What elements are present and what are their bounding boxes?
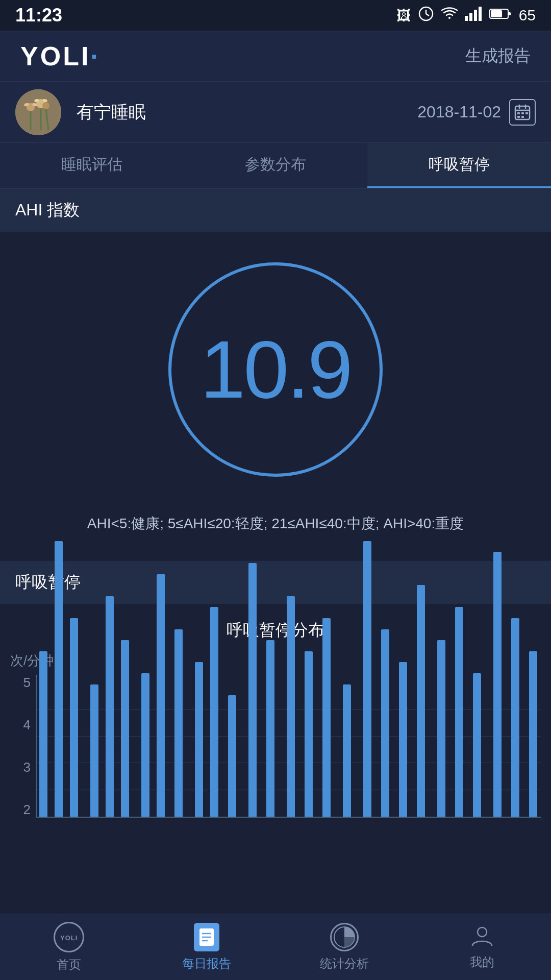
svg-rect-5 bbox=[474, 10, 477, 21]
nav-stats[interactable]: 统计分析 bbox=[276, 914, 413, 980]
chart-bar bbox=[529, 651, 537, 817]
svg-rect-8 bbox=[508, 12, 511, 15]
nav-mine[interactable]: 我的 bbox=[413, 914, 551, 980]
chart-bar bbox=[343, 684, 351, 817]
calendar-button[interactable] bbox=[509, 99, 536, 126]
chart-bar bbox=[305, 651, 313, 817]
top-navigation: YOLI· 生成报告 bbox=[0, 31, 551, 82]
nav-stats-label: 统计分析 bbox=[320, 955, 369, 972]
chart-bar bbox=[287, 596, 295, 817]
chart-bar bbox=[381, 629, 389, 817]
ahi-section: AHI 指数 10.9 AHI<5:健康; 5≤AHI≤20:轻度; 21≤AH… bbox=[0, 189, 551, 556]
chart-bar bbox=[417, 585, 425, 817]
chart-container: 5 4 3 2 bbox=[10, 675, 541, 818]
ahi-legend: AHI<5:健康; 5≤AHI≤20:轻度; 21≤AHI≤40:中度; AHI… bbox=[0, 497, 551, 556]
svg-point-10 bbox=[15, 89, 61, 135]
date-text: 2018-11-02 bbox=[417, 103, 501, 121]
svg-rect-4 bbox=[469, 13, 472, 21]
battery-icon bbox=[489, 7, 512, 23]
y-tick-3: 3 bbox=[10, 760, 31, 775]
svg-line-2 bbox=[426, 14, 429, 16]
svg-rect-26 bbox=[521, 112, 524, 114]
report-icon bbox=[194, 923, 219, 951]
svg-rect-29 bbox=[521, 116, 524, 118]
chart-bar bbox=[106, 596, 114, 817]
profile-row: 有宁睡眠 2018-11-02 bbox=[0, 82, 551, 143]
nav-daily-report[interactable]: 每日报告 bbox=[138, 914, 276, 980]
chart-bar bbox=[493, 552, 502, 816]
svg-point-16 bbox=[42, 102, 49, 109]
signal-icon bbox=[465, 7, 482, 24]
chart-bar bbox=[437, 640, 445, 817]
chart-bar bbox=[210, 607, 218, 816]
chart-bar bbox=[511, 618, 519, 817]
person-icon bbox=[470, 924, 494, 950]
ahi-section-header: AHI 指数 bbox=[0, 189, 551, 232]
chart-bar bbox=[248, 563, 257, 817]
apnea-section-header: 呼吸暂停 bbox=[0, 561, 551, 604]
y-tick-2: 2 bbox=[10, 802, 31, 818]
chart-bar bbox=[195, 662, 203, 816]
chart-bar bbox=[39, 651, 47, 817]
svg-rect-27 bbox=[525, 112, 528, 114]
tab-apnea[interactable]: 呼吸暂停 bbox=[367, 143, 551, 188]
chart-bar bbox=[157, 574, 165, 817]
apnea-section: 呼吸暂停 呼吸暂停分布 次/分钟 5 4 3 2 bbox=[0, 561, 551, 828]
svg-rect-3 bbox=[465, 16, 468, 21]
notification-icon: 🖼 bbox=[396, 7, 411, 24]
chart-bar bbox=[174, 629, 183, 817]
user-name: 有宁睡眠 bbox=[77, 101, 402, 124]
chart-bar bbox=[455, 607, 463, 816]
avatar bbox=[15, 89, 61, 135]
battery-percentage: 65 bbox=[519, 7, 536, 24]
wifi-icon bbox=[441, 7, 458, 24]
ahi-value: 10.9 bbox=[200, 323, 350, 416]
svg-rect-9 bbox=[491, 10, 502, 17]
y-axis: 5 4 3 2 bbox=[10, 675, 36, 818]
svg-rect-28 bbox=[517, 116, 520, 118]
nav-daily-report-label: 每日报告 bbox=[182, 955, 231, 972]
nav-mine-label: 我的 bbox=[470, 954, 494, 970]
tabs-row: 睡眠评估 参数分布 呼吸暂停 bbox=[0, 143, 551, 189]
bottom-navigation: YOLI 首页 每日报告 统计分析 bbox=[0, 914, 551, 980]
chart-bar bbox=[141, 673, 149, 817]
chart-bar bbox=[266, 640, 274, 817]
chart-area: 呼吸暂停分布 次/分钟 5 4 3 2 bbox=[0, 604, 551, 828]
svg-rect-6 bbox=[479, 7, 482, 21]
chart-bar bbox=[90, 684, 98, 817]
stats-icon bbox=[330, 923, 359, 951]
status-icons: 🖼 bbox=[396, 6, 536, 26]
status-time: 11:23 bbox=[15, 5, 62, 26]
nav-home-label: 首页 bbox=[57, 957, 81, 973]
home-icon: YOLI bbox=[54, 922, 84, 952]
date-section: 2018-11-02 bbox=[417, 99, 536, 126]
chart-bar bbox=[55, 541, 63, 817]
generate-report-button[interactable]: 生成报告 bbox=[465, 45, 531, 67]
chart-bar bbox=[322, 618, 331, 817]
svg-text:YOLI: YOLI bbox=[60, 934, 78, 942]
chart-bar bbox=[121, 640, 129, 817]
chart-bar bbox=[70, 618, 78, 817]
app-logo: YOLI· bbox=[20, 41, 100, 71]
svg-point-36 bbox=[478, 927, 487, 937]
tab-sleep-eval[interactable]: 睡眠评估 bbox=[0, 143, 184, 188]
chart-bar bbox=[363, 541, 371, 817]
y-tick-5: 5 bbox=[10, 675, 31, 691]
svg-rect-25 bbox=[517, 112, 520, 114]
y-tick-4: 4 bbox=[10, 717, 31, 733]
tab-param-dist[interactable]: 参数分布 bbox=[184, 143, 367, 188]
ahi-circle: 10.9 bbox=[168, 262, 383, 477]
clock-icon bbox=[418, 6, 434, 26]
chart-plot bbox=[36, 675, 541, 818]
chart-bar bbox=[473, 673, 481, 817]
ahi-circle-area: 10.9 bbox=[0, 232, 551, 497]
logo-dot: · bbox=[90, 41, 99, 71]
logo-text: YOLI bbox=[20, 41, 90, 71]
status-bar: 11:23 🖼 bbox=[0, 0, 551, 31]
chart-bar bbox=[228, 695, 236, 817]
nav-home[interactable]: YOLI 首页 bbox=[0, 914, 138, 980]
chart-bar bbox=[399, 662, 407, 816]
